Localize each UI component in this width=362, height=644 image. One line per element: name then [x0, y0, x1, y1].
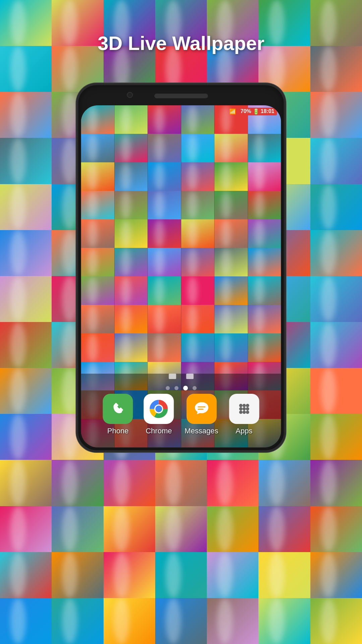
bg-tile	[155, 598, 207, 644]
phone-mockup: 📶 70% 🔋 18:01	[76, 83, 286, 452]
chrome-icon	[144, 394, 174, 424]
svg-point-5	[246, 404, 249, 407]
screen-tile	[81, 134, 115, 162]
bg-tile	[310, 506, 362, 552]
screen-tile	[181, 162, 215, 191]
battery-indicator: 70% 🔋 18:01	[238, 108, 277, 115]
screen-tile	[81, 333, 115, 362]
screen-tile	[181, 305, 215, 333]
bg-tile	[104, 506, 155, 552]
screen-tile	[215, 191, 248, 219]
signal-icon: 📶	[229, 108, 236, 115]
phone-camera	[127, 92, 133, 98]
bg-tile	[155, 552, 207, 598]
bg-tile	[0, 322, 52, 368]
bg-tile	[310, 414, 362, 460]
bg-tile	[310, 138, 362, 184]
screen-tile	[248, 219, 281, 248]
screen-tile	[248, 191, 281, 219]
bg-tile	[207, 552, 258, 598]
bg-tile	[52, 460, 103, 506]
bg-tile	[258, 598, 310, 644]
bg-tile	[0, 276, 52, 322]
page-dot-3-active	[183, 386, 188, 390]
svg-point-2	[156, 406, 162, 412]
screen-tile	[114, 276, 148, 305]
screen-tile	[148, 305, 181, 333]
screen-tile	[215, 134, 248, 162]
apps-label: Apps	[236, 427, 252, 435]
page-dot-4	[192, 386, 196, 390]
dock-app-phone[interactable]: Phone	[103, 394, 133, 435]
bg-tile	[207, 598, 258, 644]
bg-tile	[0, 460, 52, 506]
bg-tile	[0, 598, 52, 644]
bg-tile	[0, 368, 52, 414]
screen-tile	[248, 276, 281, 305]
screen-tile	[215, 333, 248, 362]
screen-tile	[81, 248, 115, 276]
bg-tile	[207, 506, 258, 552]
screen-tile	[215, 162, 248, 191]
mini-icon-2	[186, 374, 193, 379]
phone-icon	[103, 394, 133, 424]
page-title: 3D Live Wallpaper	[0, 32, 362, 54]
bg-tile	[0, 414, 52, 460]
screen-tile	[148, 248, 181, 276]
screen-tile	[114, 134, 148, 162]
bg-tile	[310, 552, 362, 598]
screen-tile	[114, 333, 148, 362]
dock-app-apps[interactable]: Apps	[229, 394, 259, 435]
battery-percent: 70%	[241, 108, 251, 114]
screen-tile	[215, 305, 248, 333]
bg-tile	[310, 276, 362, 322]
bg-tile	[0, 230, 52, 276]
page-dot-2	[174, 386, 178, 390]
screen-tile	[114, 162, 148, 191]
bg-tile	[52, 552, 103, 598]
svg-point-8	[246, 407, 249, 411]
bg-tile	[258, 552, 310, 598]
dock-app-messages[interactable]: Messages	[185, 394, 218, 435]
chrome-label: Chrome	[146, 427, 172, 435]
bg-tile	[310, 598, 362, 644]
screen-tile	[114, 248, 148, 276]
phone-speaker	[154, 94, 208, 98]
bg-tile	[0, 506, 52, 552]
screen-tile	[148, 191, 181, 219]
bg-tile	[0, 92, 52, 138]
svg-point-11	[246, 411, 249, 414]
bg-tile	[207, 460, 258, 506]
dock-app-chrome[interactable]: Chrome	[144, 394, 174, 435]
bg-tile	[104, 460, 155, 506]
screen-tile	[248, 305, 281, 333]
status-bar: 📶 70% 🔋 18:01	[81, 105, 281, 117]
screen-tile	[181, 333, 215, 362]
dock-mini-icons	[169, 374, 193, 379]
svg-point-6	[239, 407, 242, 411]
bg-tile	[104, 598, 155, 644]
screen-tile	[148, 276, 181, 305]
screen-tile	[248, 248, 281, 276]
screen-tile	[114, 219, 148, 248]
messages-label: Messages	[185, 427, 218, 435]
apps-icon	[229, 394, 259, 424]
bg-tile	[258, 460, 310, 506]
status-bar-content: 📶 70% 🔋 18:01	[229, 108, 277, 115]
screen-tile	[114, 191, 148, 219]
dock-icons: Phone	[103, 394, 259, 441]
clock: 18:01	[261, 108, 275, 114]
page-dots	[166, 386, 196, 390]
screen-tile	[81, 162, 115, 191]
bg-tile	[310, 184, 362, 230]
bg-tile	[310, 92, 362, 138]
screen-tile	[248, 162, 281, 191]
screen-tile	[248, 333, 281, 362]
screen-tile	[181, 219, 215, 248]
bg-tile	[0, 552, 52, 598]
phone-label: Phone	[107, 427, 129, 435]
screen-tile	[81, 276, 115, 305]
screen-tile	[215, 248, 248, 276]
messages-icon	[186, 394, 217, 424]
bg-tile	[310, 460, 362, 506]
